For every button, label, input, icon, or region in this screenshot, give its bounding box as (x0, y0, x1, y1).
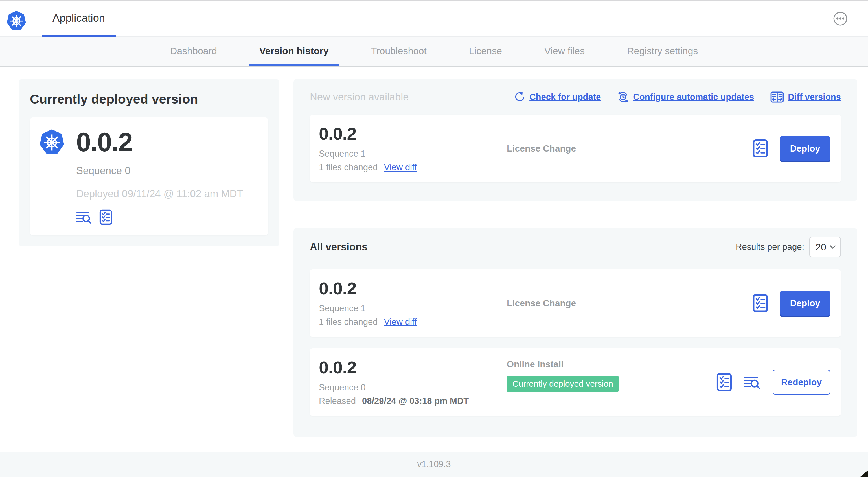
version-source: Online Install (507, 359, 619, 369)
all-versions-panel: All versions Results per page: 20 0.0.2 … (293, 228, 857, 437)
files-changed-label: 1 files changed (319, 317, 378, 327)
preflight-checklist-icon (752, 294, 768, 312)
diff-icon (770, 91, 784, 103)
link-label: Diff versions (788, 92, 841, 102)
currently-deployed-badge: Currently deployed version (507, 376, 619, 392)
released-timestamp: 08/29/24 @ 03:18 pm MDT (362, 396, 469, 406)
link-label: Configure automatic updates (633, 92, 754, 102)
section-tabbar: Dashboard Version history Troubleshoot L… (0, 37, 868, 67)
tab-label: Version history (259, 46, 329, 56)
ellipsis-icon (833, 11, 848, 26)
app-header: Application (0, 1, 868, 37)
results-per-page-select[interactable]: 20 (809, 237, 841, 257)
configure-automatic-updates-link[interactable]: Configure automatic updates (617, 91, 754, 103)
tab-registry-settings[interactable]: Registry settings (617, 37, 708, 66)
chevron-down-icon (830, 245, 836, 249)
tab-license[interactable]: License (459, 37, 512, 66)
tab-label: License (469, 46, 502, 56)
version-sequence: Sequence 1 (319, 149, 417, 159)
new-version-title: New version available (310, 91, 409, 103)
currently-deployed-panel: Currently deployed version 0.0.2 Sequenc… (19, 79, 279, 246)
tab-label: Troubleshoot (371, 46, 427, 56)
results-per-page-label: Results per page: (736, 242, 804, 252)
version-source: License Change (507, 143, 576, 154)
preflight-checks-button[interactable] (99, 209, 112, 225)
kubernetes-logo-icon (39, 128, 65, 156)
deployed-sequence: Sequence 0 (76, 165, 259, 177)
version-number: 0.0.2 (319, 357, 469, 377)
files-changed-label: 1 files changed (319, 162, 378, 173)
check-for-update-link[interactable]: Check for update (514, 91, 601, 103)
all-versions-title: All versions (310, 241, 367, 253)
deployed-timestamp: Deployed 09/11/24 @ 11:02 am MDT (76, 188, 259, 200)
deployed-version-number: 0.0.2 (76, 127, 132, 157)
app-title: Application (53, 12, 105, 24)
app-footer: v1.109.3 (0, 452, 868, 477)
view-logs-button[interactable] (744, 375, 761, 389)
view-diff-link[interactable]: View diff (384, 317, 417, 327)
version-number: 0.0.2 (319, 124, 417, 144)
tab-version-history[interactable]: Version history (249, 37, 339, 66)
released-label: Released (319, 396, 356, 406)
redeploy-button[interactable]: Redeploy (773, 370, 830, 395)
tab-label: View files (544, 46, 585, 56)
logs-icon (744, 375, 761, 389)
deploy-button[interactable]: Deploy (780, 136, 830, 161)
currently-deployed-title: Currently deployed version (30, 91, 268, 107)
version-source: License Change (507, 298, 576, 308)
deployed-version-card: 0.0.2 Sequence 0 Deployed 09/11/24 @ 11:… (30, 117, 268, 235)
version-sequence: Sequence 0 (319, 383, 469, 393)
results-per-page-value: 20 (815, 242, 826, 252)
tab-dashboard[interactable]: Dashboard (160, 37, 227, 66)
logs-icon (76, 211, 92, 224)
diff-versions-link[interactable]: Diff versions (770, 91, 841, 103)
tab-troubleshoot[interactable]: Troubleshoot (361, 37, 437, 66)
preflight-checks-button[interactable] (716, 373, 732, 391)
overflow-menu-button[interactable] (833, 11, 848, 26)
kubernetes-logo-icon (6, 10, 27, 32)
version-sequence: Sequence 1 (319, 303, 417, 314)
tab-view-files[interactable]: View files (534, 37, 595, 66)
tab-label: Dashboard (170, 46, 217, 56)
link-label: Check for update (529, 92, 601, 102)
preflight-checklist-icon (716, 373, 732, 391)
version-row: 0.0.2 Sequence 0 Released 08/29/24 @ 03:… (310, 348, 841, 416)
app-nav-tab[interactable]: Application (42, 1, 116, 37)
preflight-checklist-icon (752, 139, 768, 158)
tab-label: Registry settings (627, 46, 698, 56)
new-version-panel: New version available Check for update C… (293, 79, 857, 201)
preflight-checks-button[interactable] (752, 139, 768, 158)
auto-update-clock-icon (617, 91, 629, 103)
version-row: 0.0.2 Sequence 1 1 files changed View di… (310, 269, 841, 337)
preflight-checklist-icon (99, 209, 112, 225)
view-diff-link[interactable]: View diff (384, 162, 417, 173)
view-logs-button[interactable] (76, 211, 92, 224)
kots-version: v1.109.3 (417, 459, 451, 469)
new-version-row: 0.0.2 Sequence 1 1 files changed View di… (310, 115, 841, 182)
refresh-icon (514, 91, 525, 103)
version-number: 0.0.2 (319, 278, 417, 298)
preflight-checks-button[interactable] (752, 294, 768, 312)
deploy-button[interactable]: Deploy (780, 291, 830, 316)
